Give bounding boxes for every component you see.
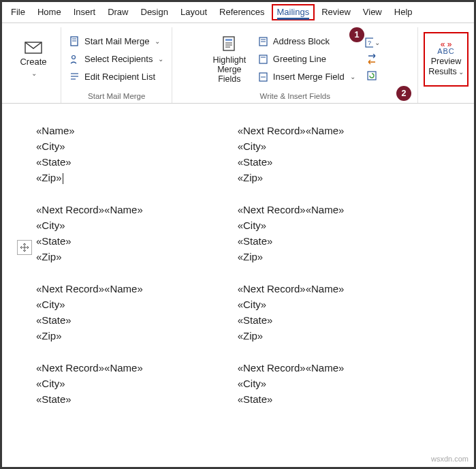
group-write-insert: Highlight Merge Fields Address Block Gre… <box>172 27 418 103</box>
merge-field-next-name: «Next Record»«Name» <box>238 202 439 217</box>
svg-rect-22 <box>368 72 376 80</box>
address-block-button[interactable]: Address Block <box>255 33 358 50</box>
svg-point-4 <box>72 55 76 59</box>
tab-file[interactable]: File <box>5 4 31 20</box>
tab-insert[interactable]: Insert <box>68 4 101 20</box>
envelope-icon <box>25 42 42 54</box>
tab-review[interactable]: Review <box>316 4 356 20</box>
insert-merge-field-button[interactable]: Insert Merge Field ⌄ <box>255 69 358 85</box>
label-cell[interactable]: «Next Record»«Name» «City» «State» «Zip» <box>36 281 238 344</box>
edit-recipient-list-label: Edit Recipient List <box>84 72 155 82</box>
rules-icon[interactable]: ?⌄ <box>365 37 380 49</box>
group-write-label: Write & Insert Fields <box>260 92 330 100</box>
chevron-down-icon: ⌄ <box>458 68 464 76</box>
tab-view[interactable]: View <box>358 4 387 20</box>
merge-field-city: «City» <box>238 297 439 312</box>
merge-field-name: «Name» <box>36 123 238 138</box>
merge-field-state: «State» <box>36 391 238 407</box>
label-cell[interactable]: «Next Record»«Name» «City» «State» «Zip» <box>36 202 238 264</box>
svg-text:?: ? <box>368 40 371 46</box>
merge-field-state: «State» <box>238 312 439 328</box>
preview-results-label: Preview Results⌄ <box>428 57 464 77</box>
chevron-down-icon: ⌄ <box>158 55 163 63</box>
label-cell[interactable]: «Name» «City» «State» «Zip» <box>36 123 238 185</box>
merge-field-city: «City» <box>238 138 439 154</box>
tab-help[interactable]: Help <box>389 4 418 20</box>
merge-field-next-name: «Next Record»«Name» <box>238 360 439 376</box>
merge-field-city: «City» <box>238 217 439 233</box>
select-recipients-button[interactable]: Select Recipients ⌄ <box>67 51 166 67</box>
merge-field-zip: «Zip» <box>238 249 439 264</box>
tab-mailings[interactable]: Mailings <box>272 4 315 20</box>
watermark: wsxdn.com <box>431 455 469 463</box>
tab-layout[interactable]: Layout <box>175 4 212 20</box>
tab-home[interactable]: Home <box>32 4 67 20</box>
preview-arrows-icon: « » <box>441 42 452 47</box>
people-icon <box>69 54 80 65</box>
label-cell[interactable]: «Next Record»«Name» «City» «State» <box>36 360 238 407</box>
insert-field-icon <box>258 72 269 82</box>
merge-field-state: «State» <box>238 391 439 407</box>
ribbon-tabs: File Home Insert Draw Design Layout Refe… <box>2 2 474 23</box>
chevron-down-icon: ⌄ <box>31 70 37 77</box>
text-cursor <box>63 173 63 184</box>
merge-field-next-name: «Next Record»«Name» <box>36 202 238 217</box>
svg-rect-16 <box>259 55 267 63</box>
step-badge-2: 2 <box>396 86 411 101</box>
tab-active-underline <box>277 18 310 20</box>
chevron-down-icon: ⌄ <box>350 73 355 80</box>
address-block-label: Address Block <box>273 36 330 46</box>
select-recipients-label: Select Recipients <box>84 54 153 64</box>
group-start-label: Start Mail Merge <box>88 92 145 100</box>
insert-merge-field-label: Insert Merge Field <box>273 72 345 82</box>
document-area: «Name» «City» «State» «Zip» «Next Record… <box>2 104 474 468</box>
highlight-icon <box>221 35 238 52</box>
merge-field-zip: «Zip» <box>238 170 439 185</box>
group-preview-label <box>445 92 447 100</box>
merge-field-city: «City» <box>36 376 238 391</box>
label-cell[interactable]: «Next Record»«Name» «City» «State» <box>238 360 439 407</box>
create-label: Create <box>20 57 46 67</box>
greeting-line-button[interactable]: Greeting Line <box>255 51 358 67</box>
rules-match-update-col: ?⌄ <box>362 37 383 82</box>
group-start-mail-merge: Start Mail Merge ⌄ Select Recipients ⌄ E… <box>61 27 172 103</box>
merge-field-next-name: «Next Record»«Name» <box>36 281 238 297</box>
group-preview: « » ABC Preview Results⌄ <box>418 27 470 103</box>
list-edit-icon <box>69 72 80 82</box>
greeting-line-label: Greeting Line <box>273 54 326 64</box>
merge-field-next-name: «Next Record»«Name» <box>238 123 439 138</box>
tab-draw[interactable]: Draw <box>102 4 133 20</box>
preview-results-button[interactable]: « » ABC Preview Results⌄ <box>424 32 469 87</box>
start-mail-merge-button[interactable]: Start Mail Merge ⌄ <box>67 33 166 50</box>
merge-field-state: «State» <box>36 154 238 170</box>
label-cell[interactable]: «Next Record»«Name» «City» «State» «Zip» <box>238 202 439 264</box>
highlight-merge-fields-button[interactable]: Highlight Merge Fields <box>208 35 251 84</box>
edit-recipient-list-button[interactable]: Edit Recipient List <box>67 69 166 85</box>
tab-references[interactable]: References <box>214 4 270 20</box>
group-create: Create ⌄ <box>6 27 61 103</box>
merge-field-state: «State» <box>238 233 439 249</box>
tab-design[interactable]: Design <box>136 4 174 20</box>
merge-field-state: «State» <box>36 312 238 328</box>
table-move-handle[interactable] <box>17 240 32 255</box>
tab-mailings-label: Mailings <box>277 7 310 17</box>
address-block-icon <box>258 36 269 47</box>
merge-field-zip: «Zip» <box>36 170 238 185</box>
label-sheet: «Name» «City» «State» «Zip» «Next Record… <box>12 123 464 423</box>
label-cell[interactable]: «Next Record»«Name» «City» «State» «Zip» <box>238 123 439 185</box>
step-badge-1: 1 <box>349 27 364 42</box>
label-cell[interactable]: «Next Record»«Name» «City» «State» «Zip» <box>238 281 439 344</box>
create-button[interactable]: Create ⌄ <box>12 42 55 77</box>
chevron-down-icon: ⌄ <box>155 37 160 45</box>
abc-icon: ABC <box>437 47 455 55</box>
highlight-label: Highlight Merge Fields <box>208 55 251 84</box>
merge-field-state: «State» <box>238 154 439 170</box>
greeting-icon <box>258 54 269 65</box>
match-fields-icon[interactable] <box>365 53 380 65</box>
update-labels-icon[interactable] <box>365 70 380 82</box>
merge-field-zip: «Zip» <box>36 249 238 264</box>
start-mail-merge-label: Start Mail Merge <box>84 36 149 46</box>
merge-field-zip: «Zip» <box>238 328 439 344</box>
merge-field-city: «City» <box>36 297 238 312</box>
document-icon <box>69 36 80 47</box>
